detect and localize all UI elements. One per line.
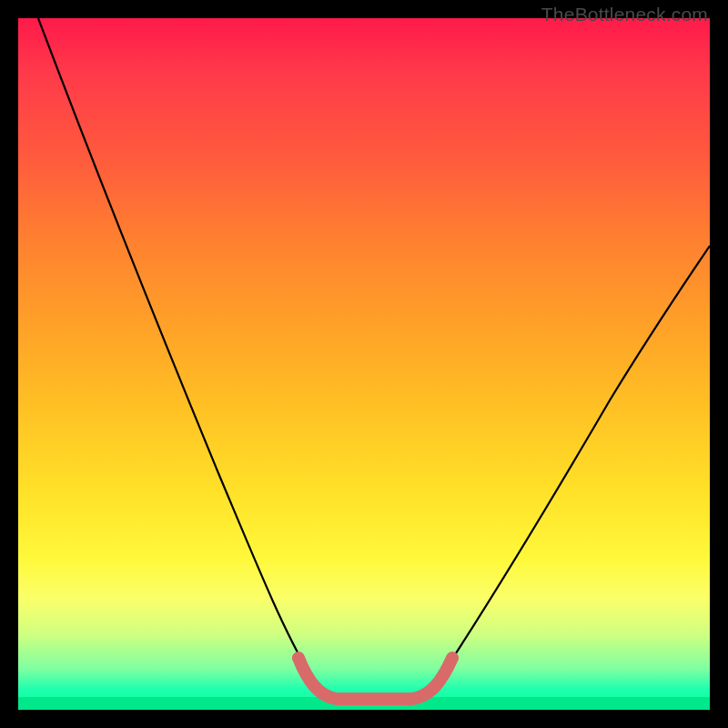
- plot-area: [18, 18, 710, 710]
- watermark-text: TheBottleneck.com: [541, 4, 708, 25]
- curve-layer: [18, 18, 710, 710]
- chart-frame: TheBottleneck.com: [0, 0, 728, 728]
- bottleneck-curve: [38, 18, 710, 701]
- optimal-range-highlight: [298, 658, 452, 699]
